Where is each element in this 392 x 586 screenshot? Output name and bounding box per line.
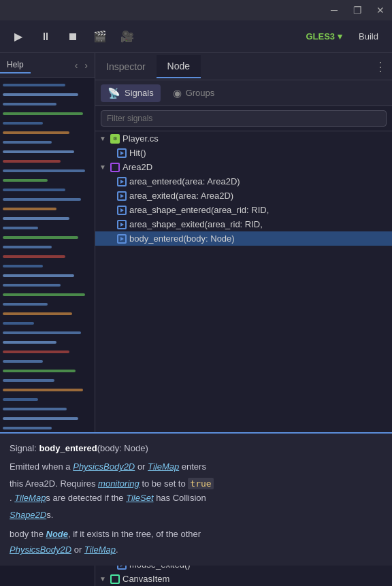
code-line: [0, 366, 95, 376]
filter-signals-input[interactable]: [101, 110, 387, 127]
tooltip-tileset-link[interactable]: TileSet: [126, 493, 153, 503]
code-line: [0, 338, 95, 347]
code-line: [0, 328, 95, 338]
tooltip-l6-post: .: [116, 544, 118, 555]
left-panel-tabs: Help ‹ ›: [0, 53, 95, 78]
code-line: [0, 128, 95, 137]
area-exited-label: area_exited(area: Area2D): [129, 191, 233, 201]
help-tab[interactable]: Help: [0, 57, 31, 74]
tooltip-tilemap-link[interactable]: TileMap: [148, 461, 179, 472]
tooltip-line1: Emitted when a PhysicsBody2D or TileMap …: [10, 460, 382, 474]
tree-item-area-shape-exited[interactable]: area_shape_exited(area_rid: RID,: [95, 217, 392, 231]
area-shape-entered-label: area_shape_entered(area_rid: RID,: [129, 205, 269, 215]
code-line: [0, 309, 95, 319]
tooltip-l1-pre: Emitted when a: [10, 461, 73, 472]
signal-arrow-area-shape-entered-icon: [117, 206, 127, 215]
minimize-button[interactable]: ─: [328, 4, 340, 16]
tab-signals[interactable]: 📡 Signals: [101, 84, 161, 102]
tooltip-l6-mid: or: [71, 544, 84, 555]
code-line: [0, 242, 95, 252]
tab-node[interactable]: Node: [157, 55, 201, 78]
code-line: [0, 290, 95, 299]
expand-arrow-area2d-icon: ▼: [99, 163, 108, 171]
build-button[interactable]: Build: [353, 29, 384, 44]
tree-item-area-exited[interactable]: area_exited(area: Area2D): [95, 189, 392, 203]
tooltip-monitoring-link[interactable]: monitoring: [98, 478, 140, 489]
canvasitem-node-icon: [110, 574, 120, 584]
signal-tooltip: Signal: body_entered(body: Node) Emitted…: [0, 432, 392, 566]
signal-arrow-icon: [117, 148, 127, 158]
player-node-icon: ⚙: [110, 134, 120, 144]
hit-signal-label: Hit(): [129, 148, 146, 158]
tab-inspector[interactable]: Inspector: [95, 56, 157, 78]
code-line: [0, 118, 95, 128]
tree-item-hit[interactable]: Hit(): [95, 146, 392, 160]
code-lines: [0, 80, 95, 461]
right-panel: Inspector Node ⋮ 📡 Signals ◉ Groups ▼ ⚙: [95, 53, 392, 586]
play-button[interactable]: ▶: [8, 27, 29, 47]
tooltip-line5: body the Node, if it exists in the tree,…: [10, 527, 382, 542]
tree-item-area-shape-entered[interactable]: area_shape_entered(area_rid: RID,: [95, 203, 392, 217]
restore-button[interactable]: ❐: [351, 4, 363, 16]
title-bar: ─ ❐ ✕: [0, 0, 392, 20]
code-line: [0, 385, 95, 395]
tooltip-signal-line: Signal: body_entered(body: Node): [10, 442, 382, 456]
code-line: [0, 357, 95, 366]
code-line: [0, 395, 95, 404]
tooltip-l1-mid: or: [135, 461, 148, 472]
groups-label: Groups: [186, 88, 215, 98]
panel-menu-button[interactable]: ⋮: [374, 59, 387, 74]
gles3-dropdown[interactable]: GLES3 ▾: [301, 29, 346, 44]
tooltip-node-link[interactable]: Node: [46, 529, 69, 539]
code-line: [0, 195, 95, 204]
tree-item-player[interactable]: ▼ ⚙ Player.cs: [95, 131, 392, 146]
tree-item-canvasitem[interactable]: ▼ CanvasItem: [95, 572, 392, 586]
canvasitem-label: CanvasItem: [122, 574, 169, 584]
code-line: [0, 99, 95, 109]
tooltip-tilemap3-link[interactable]: TileMap: [84, 544, 116, 555]
tree-item-area2d[interactable]: ▼ Area2D: [95, 160, 392, 174]
tooltip-signal-prefix: Signal:: [10, 443, 39, 453]
code-line: [0, 261, 95, 271]
nav-back-button[interactable]: ‹: [72, 59, 81, 72]
panel-header: Inspector Node ⋮: [95, 53, 392, 80]
tab-groups[interactable]: ◉ Groups: [166, 84, 222, 102]
groups-icon: ◉: [173, 87, 182, 99]
tooltip-line6: PhysicsBody2D or TileMap.: [10, 543, 382, 557]
gles3-label: GLES3: [306, 31, 335, 42]
movie-button[interactable]: 🎬: [90, 27, 110, 47]
close-button[interactable]: ✕: [374, 4, 387, 16]
code-line: [0, 233, 95, 242]
code-line: [0, 147, 95, 157]
tooltip-signal-name: body_entered: [39, 443, 97, 453]
signals-label: Signals: [125, 88, 154, 98]
code-line: [0, 299, 95, 309]
code-line: [0, 80, 95, 90]
filter-bar: [95, 106, 392, 131]
code-line: [0, 423, 95, 433]
code-line: [0, 414, 95, 423]
body-entered-label: body_entered(body: Node): [129, 233, 235, 244]
expand-arrow-icon: ▼: [99, 135, 108, 142]
tooltip-tilemap2-link[interactable]: TileMap: [14, 493, 46, 503]
area-entered-label: area_entered(area: Area2D): [129, 176, 240, 186]
pause-button[interactable]: ⏸: [35, 27, 56, 47]
tooltip-line2: this Area2D. Requires monitoring to be s…: [10, 477, 382, 491]
code-line: [0, 204, 95, 214]
tooltip-line4: Shape2Ds.: [10, 508, 382, 523]
nav-forward-button[interactable]: ›: [82, 59, 91, 72]
tooltip-physicsbody2d-link[interactable]: PhysicsBody2D: [73, 461, 135, 472]
code-line: [0, 214, 95, 223]
tooltip-l5-pre: body the: [10, 529, 46, 539]
main-layout: Help ‹ ›: [0, 53, 392, 586]
tooltip-shape2d-link[interactable]: Shape2D: [10, 510, 46, 520]
toolbar: ▶ ⏸ ⏹ 🎬 🎥 GLES3 ▾ Build: [0, 20, 392, 53]
stop-button[interactable]: ⏹: [63, 27, 83, 47]
area2d-node-icon: [110, 163, 120, 172]
scene-button[interactable]: 🎥: [117, 27, 137, 47]
code-line: [0, 137, 95, 147]
code-line: [0, 176, 95, 185]
tree-item-body-entered[interactable]: body_entered(body: Node): [95, 231, 392, 246]
tree-item-area-entered[interactable]: area_entered(area: Area2D): [95, 174, 392, 189]
tooltip-physicsbody2d2-link[interactable]: PhysicsBody2D: [10, 544, 71, 555]
